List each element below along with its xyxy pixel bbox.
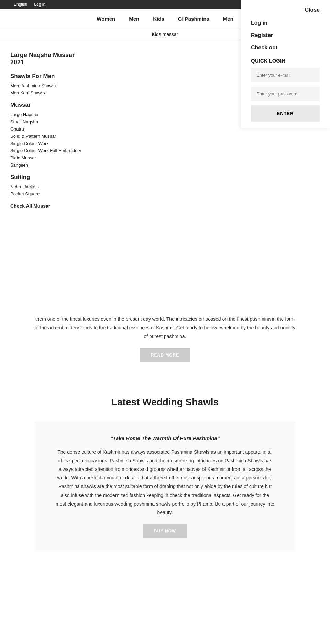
nav-gi-pashmina[interactable]: GI Pashmina xyxy=(178,16,209,22)
wedding-text: The dense culture of Kashmir has always … xyxy=(55,448,275,517)
check-all-mussar[interactable]: Check All Mussar xyxy=(10,203,86,209)
read-more-button[interactable]: READ MORE xyxy=(140,348,190,362)
sidebar-login[interactable]: Log in xyxy=(251,20,320,26)
enter-button[interactable]: ENTER xyxy=(251,105,320,122)
section-shawls-for-men: Shawls For Men xyxy=(10,73,86,80)
nav-women[interactable]: Women xyxy=(97,16,115,22)
menu-single-colour[interactable]: Single Colour Work xyxy=(10,141,86,146)
buy-now-button[interactable]: BUY NOW xyxy=(143,524,187,538)
menu-men-kani[interactable]: Men Kani Shawls xyxy=(10,90,86,95)
wedding-card: "Take Home The Warmth Of Pure Pashmina" … xyxy=(34,421,296,552)
menu-men-pashmina[interactable]: Men Pashmina Shawls xyxy=(10,83,86,88)
menu-solid-pattern[interactable]: Solid & Pattern Mussar xyxy=(10,134,86,139)
spacer xyxy=(0,583,330,644)
sub-nav-label[interactable]: Kids massar xyxy=(152,32,178,37)
description-text: them one of the finest luxuries even in … xyxy=(34,315,296,341)
top-login-link[interactable]: Log in xyxy=(34,2,45,7)
sidebar-register[interactable]: Register xyxy=(251,32,320,38)
nav-men[interactable]: Men xyxy=(129,16,139,22)
wedding-quote: "Take Home The Warmth Of Pure Pashmina" xyxy=(55,435,275,441)
section-mussar: Mussar xyxy=(10,102,86,109)
quick-login-title: QUICK LOGIN xyxy=(251,58,320,64)
wedding-title: Latest Wedding Shawls xyxy=(34,397,296,408)
menu-pocket-square[interactable]: Pocket Square xyxy=(10,191,86,196)
page-title: Large Naqsha Mussar 2021 xyxy=(10,52,86,66)
menu-sangeen[interactable]: Sangeen xyxy=(10,162,86,168)
menu-large-naqsha[interactable]: Large Naqsha xyxy=(10,112,86,117)
menu-ghatra[interactable]: Ghatra xyxy=(10,126,86,132)
left-sidebar: Large Naqsha Mussar 2021 Shawls For Men … xyxy=(0,45,96,216)
wedding-section: Latest Wedding Shawls "Take Home The War… xyxy=(0,376,330,583)
description-section: them one of the finest luxuries even in … xyxy=(0,294,330,376)
nav-men-2[interactable]: Men xyxy=(223,16,233,22)
email-input[interactable] xyxy=(251,68,320,82)
menu-nehru-jackets[interactable]: Nehru Jackets xyxy=(10,184,86,189)
menu-small-naqsha[interactable]: Small Naqsha xyxy=(10,119,86,124)
menu-single-colour-full[interactable]: Single Colour Work Full Embroidery xyxy=(10,148,86,153)
password-input[interactable] xyxy=(251,87,320,101)
section-suiting: Suiting xyxy=(10,174,86,181)
menu-plain-mussar[interactable]: Plain Mussar xyxy=(10,155,86,160)
sidebar-checkout[interactable]: Check out xyxy=(251,45,320,51)
language-selector[interactable]: English xyxy=(14,2,27,7)
nav-kids[interactable]: Kids xyxy=(153,16,164,22)
close-button[interactable]: Close xyxy=(251,7,320,13)
